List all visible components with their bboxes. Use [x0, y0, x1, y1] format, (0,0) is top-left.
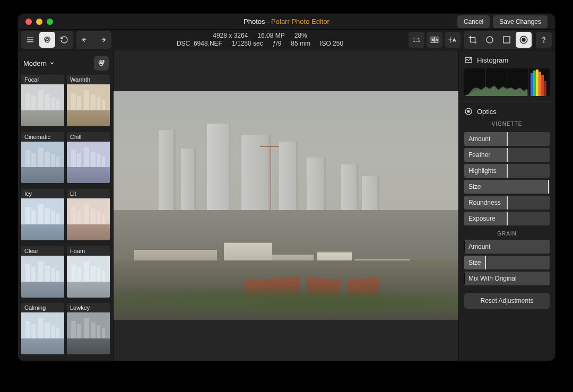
optics-header[interactable]: Optics — [464, 107, 550, 116]
filter-label: Foam — [67, 246, 110, 256]
optics-icon — [464, 107, 473, 116]
filters-header: Modern — [18, 50, 113, 75]
body: Modern FocalWarmthCinematicChillIcyLitCl… — [18, 50, 555, 361]
slider-label: Amount — [468, 135, 490, 143]
slider-label: Size — [468, 259, 481, 266]
filter-thumb-foam[interactable]: Foam — [67, 246, 110, 298]
image-canvas[interactable] — [114, 91, 458, 320]
svg-text:A: A — [453, 38, 456, 42]
radial-mask-icon[interactable] — [482, 32, 498, 48]
slider-label: Exposure — [468, 215, 496, 222]
undo-icon[interactable] — [77, 32, 93, 48]
vignette-slider-highlights[interactable]: Highlights — [464, 164, 550, 178]
slider-label: Roundness — [468, 199, 501, 206]
canvas-area — [114, 50, 458, 361]
histogram-label: Histogram — [477, 56, 508, 64]
filter-thumb-warmth[interactable]: Warmth — [67, 75, 110, 126]
filter-category-label: Modern — [23, 59, 47, 67]
filter-thumb-cinematic[interactable]: Cinematic — [21, 132, 64, 184]
filter-thumb-clear[interactable]: Clear — [21, 246, 64, 298]
vignette-heading: VIGNETTE — [464, 121, 550, 127]
svg-point-13 — [487, 37, 493, 43]
filter-thumb-icy[interactable]: Icy — [21, 189, 64, 240]
slider-label: Mix With Original — [468, 275, 517, 282]
filter-label: Clear — [21, 246, 64, 256]
filter-label: Icy — [21, 189, 64, 198]
filter-category-dropdown[interactable]: Modern — [23, 59, 55, 67]
filter-label: Focal — [21, 75, 64, 84]
chevron-down-icon — [49, 60, 55, 66]
slider-label: Highlights — [468, 167, 497, 175]
meta-megapixels: 16.08 MP — [257, 32, 284, 40]
filter-label: Chill — [67, 132, 110, 142]
svg-rect-24 — [531, 73, 533, 96]
svg-point-17 — [543, 42, 544, 42]
window-title: Photos - Polarr Photo Editor — [244, 18, 329, 25]
filter-label: Lowkey — [67, 303, 110, 312]
filter-thumb-chill[interactable]: Chill — [67, 132, 110, 184]
hamburger-icon[interactable] — [22, 32, 38, 48]
fullscreen-icon[interactable] — [47, 19, 53, 25]
svg-rect-14 — [503, 37, 510, 43]
meta-shutter: 1/1250 sec — [232, 40, 263, 48]
svg-rect-26 — [536, 69, 539, 96]
vignette-slider-feather[interactable]: Feather — [464, 148, 550, 162]
grain-slider-size[interactable]: Size — [464, 256, 550, 269]
frame-icon[interactable] — [499, 32, 515, 48]
svg-rect-25 — [533, 71, 536, 96]
filters-mode-icon[interactable] — [39, 32, 55, 48]
minimize-icon[interactable] — [36, 19, 42, 25]
svg-text:B: B — [432, 38, 434, 41]
histogram-section: Histogram — [459, 50, 555, 102]
meta-dimensions: 4928 x 3264 — [213, 32, 248, 40]
svg-text:A: A — [436, 38, 438, 41]
filter-thumb-calming[interactable]: Calming — [21, 303, 64, 354]
sidebar-mode-group — [21, 31, 73, 49]
histogram-graph[interactable] — [464, 68, 550, 96]
grain-sliders: AmountSizeMix With Original — [459, 240, 555, 285]
vignette-slider-roundness[interactable]: Roundness — [464, 196, 550, 210]
svg-rect-27 — [539, 72, 541, 96]
grain-slider-mix-with-original[interactable]: Mix With Original — [464, 272, 550, 285]
close-icon[interactable] — [25, 19, 32, 25]
filters-panel: Modern FocalWarmthCinematicChillIcyLitCl… — [18, 50, 114, 361]
svg-point-34 — [467, 110, 470, 112]
right-panel-group — [464, 31, 533, 49]
filter-label: Lit — [67, 189, 110, 198]
filter-grid: FocalWarmthCinematicChillIcyLitClearFoam… — [18, 75, 113, 361]
optics-panel-icon[interactable] — [516, 32, 532, 48]
vignette-sliders: AmountFeatherHighlightsSizeRoundnessExpo… — [459, 132, 555, 225]
history-icon[interactable] — [56, 32, 72, 48]
meta-filename: DSC_6948.NEF — [177, 40, 222, 48]
ratio-button[interactable]: 1:1 — [409, 32, 424, 48]
redo-icon[interactable] — [94, 32, 110, 48]
grain-slider-amount[interactable]: Amount — [464, 240, 550, 254]
meta-iso: ISO 250 — [320, 40, 343, 48]
cancel-button[interactable]: Cancel — [457, 15, 490, 28]
filter-thumb-lowkey[interactable]: Lowkey — [67, 303, 110, 354]
meta-zoom: 28% — [294, 32, 307, 40]
slider-label: Size — [468, 183, 481, 190]
vignette-slider-size[interactable]: Size — [464, 180, 550, 194]
histogram-icon — [464, 56, 473, 64]
vignette-slider-exposure[interactable]: Exposure — [464, 212, 550, 225]
save-changes-button[interactable]: Save Changes — [493, 15, 548, 28]
meta-aperture: ƒ/9 — [273, 40, 282, 48]
filter-thumb-focal[interactable]: Focal — [21, 75, 64, 126]
filter-thumb-lit[interactable]: Lit — [67, 189, 110, 240]
adjustments-panel: Histogram — [458, 50, 555, 361]
app-window: Photos - Polarr Photo Editor Cancel Save… — [18, 14, 555, 361]
add-filter-button[interactable] — [94, 56, 109, 71]
crop-icon[interactable] — [465, 32, 481, 48]
auto-icon[interactable]: A — [445, 32, 461, 48]
svg-point-16 — [522, 38, 525, 41]
filter-label: Warmth — [67, 75, 110, 84]
titlebar-actions: Cancel Save Changes — [457, 15, 548, 28]
titlebar: Photos - Polarr Photo Editor Cancel Save… — [18, 14, 555, 30]
reset-adjustments-button[interactable]: Reset Adjustments — [464, 293, 550, 309]
optics-label: Optics — [477, 108, 497, 116]
vignette-slider-amount[interactable]: Amount — [464, 132, 550, 146]
compare-icon[interactable]: BA — [427, 32, 442, 48]
help-icon[interactable] — [536, 32, 552, 48]
svg-rect-29 — [544, 81, 546, 96]
